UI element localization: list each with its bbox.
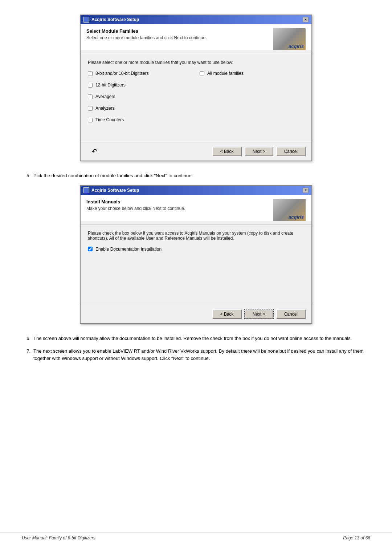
dialog1-next-button[interactable]: Next >: [245, 147, 273, 156]
checkbox-averagers: Averagers: [88, 94, 192, 99]
cursor-icon: ↶: [91, 147, 98, 156]
page-footer: User Manual: Family of 8-bit Digitizers …: [0, 532, 392, 540]
step5-item: 5. Pick the desired combination of modul…: [22, 172, 370, 179]
dialog1-body-text: Please select one or more module familie…: [88, 60, 304, 65]
footer-right: Page 13 of 66: [343, 535, 370, 540]
checkbox-time-counters-input[interactable]: [88, 118, 93, 122]
dialog1-title: Acqiris Software Setup: [91, 17, 139, 22]
dialog2-close-button[interactable]: ×: [303, 188, 309, 193]
checkbox-enable-docs-label: Enable Documentation Installation: [95, 247, 162, 252]
checkbox-12bit: 12-bit Digitizers: [88, 82, 192, 88]
dialog1-titlebar-left: Acqiris Software Setup: [83, 17, 139, 23]
dialog1-close-button[interactable]: ×: [303, 17, 309, 22]
step6-number: 6.: [22, 335, 30, 342]
dialog2-footer: < Back Next > Cancel: [81, 305, 311, 323]
dialog2-cancel-button[interactable]: Cancel: [276, 309, 306, 319]
step7-item: 7. The next screen allows you to enable …: [22, 348, 370, 362]
dialog1-app-icon: [83, 17, 89, 23]
dialog1-checkboxes-grid: 8-bit and/or 10-bit Digitizers All modul…: [88, 71, 304, 126]
checkbox-time-counters: Time Counters: [88, 117, 192, 122]
dialog1-header-text: Select Module Families Select one or mor…: [86, 28, 273, 40]
dialog1-header: Select Module Families Select one or mor…: [81, 24, 311, 50]
checkbox-analyzers-input[interactable]: [88, 106, 93, 111]
dialog2-body-text: Please check the box below if you want a…: [88, 231, 304, 241]
dialog2-header-text: Install Manuals Make your choice below a…: [86, 199, 273, 211]
step7-number: 7.: [22, 348, 30, 362]
dialog2-header-subtitle: Make your choice below and click Next to…: [86, 206, 273, 211]
checkbox-8bit-input[interactable]: [88, 71, 93, 76]
checkbox-all-families-label: All module families: [207, 71, 244, 76]
dialog1-titlebar: Acqiris Software Setup ×: [81, 15, 311, 24]
checkbox-12bit-label: 12-bit Digitizers: [95, 82, 126, 88]
footer-left: User Manual: Family of 8-bit Digitizers: [22, 535, 95, 540]
checkbox-8bit-label: 8-bit and/or 10-bit Digitizers: [95, 71, 149, 76]
dialog1-header-subtitle: Select one or more module families and c…: [86, 35, 273, 40]
dialog2-body: Please check the box below if you want a…: [81, 224, 311, 305]
step6-item: 6. The screen above will normally allow …: [22, 335, 370, 342]
dialog2-header: Install Manuals Make your choice below a…: [81, 195, 311, 221]
step5-text: Pick the desired combination of module f…: [33, 172, 370, 179]
dialog1-back-button[interactable]: < Back: [212, 147, 242, 156]
step7-text: The next screen allows you to enable Lab…: [33, 348, 370, 362]
checkbox-all-families: All module families: [200, 71, 304, 76]
select-module-families-dialog: Acqiris Software Setup × Select Module F…: [80, 15, 312, 161]
install-manuals-dialog: Acqiris Software Setup × Install Manuals…: [80, 185, 312, 324]
dialog1-acqiris-logo: acqiris: [273, 28, 306, 50]
step6-text: The screen above will normally allow the…: [33, 335, 370, 342]
step5-number: 5.: [22, 172, 30, 179]
dialog2-back-button[interactable]: < Back: [212, 309, 242, 319]
checkbox-averagers-label: Averagers: [95, 94, 115, 99]
checkbox-12bit-input[interactable]: [88, 83, 93, 88]
dialog2-header-title: Install Manuals: [86, 199, 273, 204]
checkbox-analyzers: Analyzers: [88, 106, 192, 111]
checkbox-8bit: 8-bit and/or 10-bit Digitizers: [88, 71, 192, 76]
checkbox-all-families-input[interactable]: [200, 71, 204, 76]
dialog2-titlebar: Acqiris Software Setup ×: [81, 186, 311, 195]
dialog2-titlebar-left: Acqiris Software Setup: [83, 187, 139, 193]
dialog1-footer: ↶ < Back Next > Cancel: [81, 142, 311, 161]
dialog1-body: Please select one or more module familie…: [81, 54, 311, 142]
dialog1-header-title: Select Module Families: [86, 28, 273, 34]
dialog2-acqiris-logo: acqiris: [273, 199, 306, 221]
checkbox-enable-docs: Enable Documentation Installation: [88, 247, 304, 252]
dialog2-next-button[interactable]: Next >: [245, 309, 273, 319]
checkbox-enable-docs-input[interactable]: [88, 247, 93, 251]
checkbox-analyzers-label: Analyzers: [95, 106, 115, 111]
checkbox-time-counters-label: Time Counters: [95, 117, 124, 122]
dialog2-title: Acqiris Software Setup: [91, 188, 139, 193]
dialog2-app-icon: [83, 187, 89, 193]
checkbox-averagers-input[interactable]: [88, 94, 93, 99]
dialog1-cancel-button[interactable]: Cancel: [276, 147, 306, 156]
